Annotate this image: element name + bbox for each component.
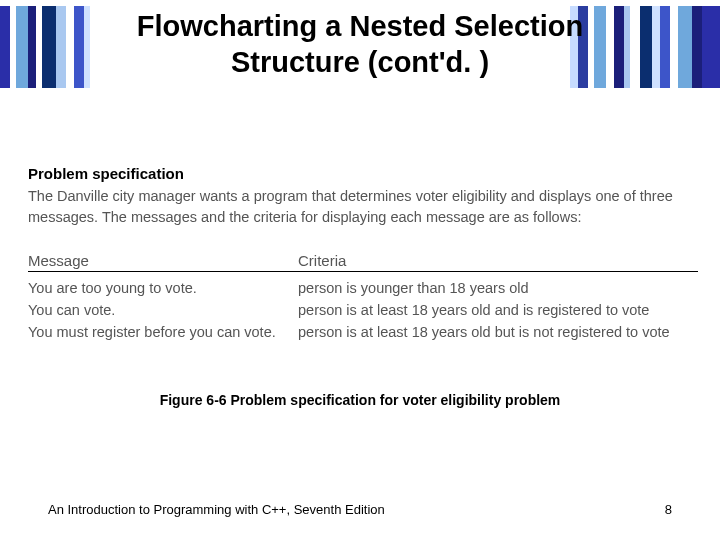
column-header-criteria: Criteria [298,252,698,272]
svg-rect-26 [0,0,720,6]
column-header-message: Message [28,252,298,272]
table-row: person is younger than 18 years old [298,278,698,300]
slide-title: Flowcharting a Nested Selection Structur… [0,8,720,81]
figure-caption: Figure 6-6 Problem specification for vot… [0,392,720,408]
spec-body: The Danville city manager wants a progra… [28,186,698,228]
page-number: 8 [665,502,672,517]
footer-text: An Introduction to Programming with C++,… [48,502,385,517]
table-row: You are too young to vote. [28,278,298,300]
spec-heading: Problem specification [28,165,698,182]
title-line-1: Flowcharting a Nested Selection [137,10,583,42]
table-row: person is at least 18 years old and is r… [298,300,698,322]
message-criteria-table: Message You are too young to vote. You c… [28,252,698,343]
table-row: person is at least 18 years old but is n… [298,322,698,344]
table-row: You can vote. [28,300,298,322]
problem-specification: Problem specification The Danville city … [28,165,698,228]
table-row: You must register before you can vote. [28,322,298,344]
title-line-2: Structure (cont'd. ) [231,46,489,78]
svg-rect-27 [0,88,720,96]
